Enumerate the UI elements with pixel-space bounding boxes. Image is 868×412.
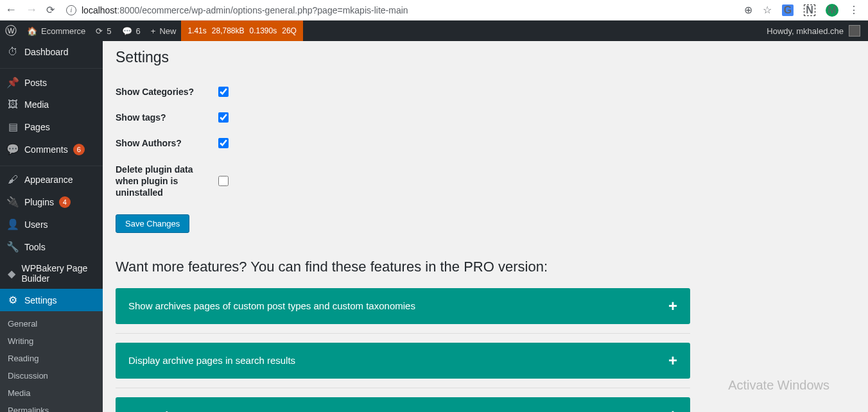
profile-avatar[interactable]: M (826, 4, 838, 17)
checkbox-show-authors[interactable] (218, 138, 229, 148)
pin-icon: 📌 (6, 76, 19, 89)
submenu-reading[interactable]: Reading (0, 350, 103, 367)
site-link[interactable]: 🏠Ecommerce (22, 21, 91, 41)
plugins-badge: 4 (59, 196, 71, 208)
submenu-discussion[interactable]: Discussion (0, 367, 103, 384)
label-show-authors: Show Authors? (116, 138, 218, 148)
row-delete-data: Delete plugin data when plugin is uninst… (116, 156, 693, 207)
wp-admin-bar: ⓦ 🏠Ecommerce ⟳5 💬6 +New 1.41s 28,788kB 0… (0, 21, 868, 41)
settings-icon: ⚙ (6, 294, 19, 306)
plus-icon: + (668, 297, 677, 315)
plus-icon: + (668, 406, 677, 412)
checkbox-delete-data[interactable] (218, 176, 229, 186)
menu-posts[interactable]: 📌Posts (0, 71, 103, 94)
extension-icon[interactable]: N (804, 4, 815, 16)
comments-link[interactable]: 💬6 (117, 21, 146, 41)
wp-logo[interactable]: ⓦ (0, 21, 22, 41)
forward-button[interactable]: → (26, 3, 37, 17)
plugin-icon: 🔌 (6, 196, 19, 208)
label-delete-data: Delete plugin data when plugin is uninst… (116, 164, 218, 199)
admin-sidebar: ⏱Dashboard 📌Posts 🖼Media ▤Pages 💬Comment… (0, 21, 103, 412)
menu-comments[interactable]: 💬Comments6 (0, 138, 103, 160)
home-icon: 🏠 (27, 26, 37, 36)
main-content: Settings Show Categories? Show tags? Sho… (103, 21, 868, 412)
translate-icon[interactable]: G (782, 4, 794, 16)
comments-badge: 6 (73, 144, 85, 155)
dashboard-icon: ⏱ (6, 46, 19, 58)
user-icon: 👤 (6, 218, 19, 230)
submenu-general[interactable]: General (0, 315, 103, 332)
wpbakery-icon: ◆ (6, 268, 17, 280)
pro-feature-0[interactable]: Show archives pages of custom post types… (116, 288, 690, 324)
plus-icon: + (151, 26, 156, 36)
menu-users[interactable]: 👤Users (0, 213, 103, 236)
reload-button[interactable]: ⟳ (46, 4, 55, 16)
menu-pages[interactable]: ▤Pages (0, 116, 103, 138)
menu-appearance[interactable]: 🖌Appearance (0, 169, 103, 191)
browser-actions: ⊕ ☆ G N M ⋮ (744, 4, 863, 17)
label-show-categories: Show Categories? (116, 87, 218, 97)
pro-heading: Want more features? You can find these f… (116, 259, 855, 275)
brush-icon: 🖌 (6, 174, 19, 185)
media-icon: 🖼 (6, 99, 19, 110)
comment-icon: 💬 (6, 143, 19, 155)
menu-settings[interactable]: ⚙Settings (0, 289, 103, 311)
menu-icon[interactable]: ⋮ (849, 4, 859, 16)
page-icon: ▤ (6, 121, 19, 133)
pro-feature-1[interactable]: Display archive pages in search results+ (116, 343, 690, 379)
menu-media[interactable]: 🖼Media (0, 94, 103, 116)
browser-toolbar: ← → ⟳ i localhost:8000/ecommerce/wp-admi… (0, 0, 868, 21)
label-show-tags: Show tags? (116, 112, 218, 123)
updates-link[interactable]: ⟳5 (91, 21, 116, 41)
tools-icon: 🔧 (6, 241, 19, 253)
back-button[interactable]: ← (5, 3, 17, 17)
submenu-media[interactable]: Media (0, 384, 103, 402)
admin-bar-account[interactable]: Howdy, mkhaled.che (767, 25, 868, 37)
menu-plugins[interactable]: 🔌Plugins4 (0, 191, 103, 213)
info-icon[interactable]: i (66, 5, 76, 15)
debug-bar[interactable]: 1.41s 28,788kB 0.1390s 26Q (181, 21, 302, 41)
submenu-permalinks[interactable]: Permalinks (0, 402, 103, 412)
nav-arrows: ← → (5, 3, 37, 17)
settings-form: Show Categories? Show tags? Show Authors… (116, 79, 693, 207)
row-show-categories: Show Categories? (116, 79, 693, 105)
pro-feature-2[interactable]: Support for WPML+ (116, 397, 690, 412)
plus-icon: + (668, 352, 677, 370)
row-show-authors: Show Authors? (116, 130, 693, 156)
save-button[interactable]: Save Changes (116, 214, 189, 233)
checkbox-show-categories[interactable] (218, 87, 229, 97)
menu-tools[interactable]: 🔧Tools (0, 236, 103, 258)
menu-dashboard[interactable]: ⏱Dashboard (0, 41, 103, 63)
star-icon[interactable]: ☆ (763, 4, 772, 16)
menu-wpbakery[interactable]: ◆WPBakery Page Builder (0, 258, 103, 289)
row-show-tags: Show tags? (116, 105, 693, 130)
settings-submenu: General Writing Reading Discussion Media… (0, 311, 103, 412)
url-text: localhost:8000/ecommerce/wp-admin/option… (82, 5, 408, 15)
gravatar-icon (849, 25, 860, 37)
new-link[interactable]: +New (146, 21, 182, 41)
zoom-icon[interactable]: ⊕ (744, 4, 752, 16)
page-title: Settings (116, 49, 855, 66)
comment-icon: 💬 (122, 26, 132, 36)
url-bar[interactable]: i localhost:8000/ecommerce/wp-admin/opti… (64, 2, 735, 19)
submenu-writing[interactable]: Writing (0, 332, 103, 350)
current-menu-arrow (103, 253, 108, 263)
checkbox-show-tags[interactable] (218, 112, 229, 123)
windows-watermark: Activate Windows (728, 378, 829, 393)
update-icon: ⟳ (96, 26, 103, 36)
